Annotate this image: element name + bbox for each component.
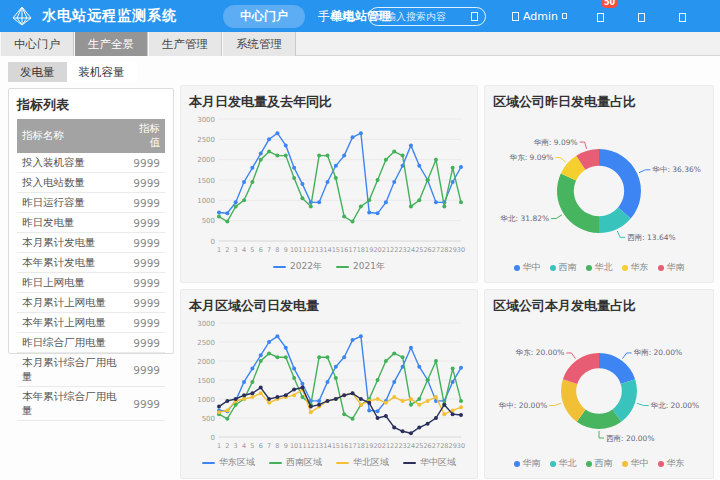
- top-header: 水电站远程监测系统 中心门户 单电站管理 手机端 Admin 50: [0, 0, 720, 32]
- svg-text:0: 0: [211, 434, 215, 442]
- svg-text:4: 4: [242, 246, 246, 254]
- svg-text:4: 4: [242, 442, 246, 450]
- tab-center-portal[interactable]: 中心门户: [0, 32, 74, 56]
- main-tabbar: 中心门户 生产全景 生产管理 系统管理: [0, 32, 720, 56]
- svg-text:3000: 3000: [197, 320, 215, 328]
- svg-text:20: 20: [373, 442, 381, 450]
- svg-text:15: 15: [332, 442, 340, 450]
- svg-text:28: 28: [440, 246, 448, 254]
- yesterday-share-card: 区域公司昨日发电量占比 华中: 36.36%西南: 13.64%华北: 31.8…: [484, 85, 714, 283]
- svg-text:9: 9: [284, 442, 288, 450]
- tab-system-mgmt[interactable]: 系统管理: [222, 32, 296, 56]
- table-row: 本年累计发电量9999: [17, 253, 165, 273]
- table-row: 昨日运行容量9999: [17, 193, 165, 213]
- yesterday-share-title: 区域公司昨日发电量占比: [493, 93, 705, 111]
- table-row: 本年累计综合厂用电量9999: [17, 387, 165, 421]
- svg-text:17: 17: [348, 442, 356, 450]
- table-row: 投入电站数量9999: [17, 173, 165, 193]
- regional-daily-generation-chart[interactable]: 0500100015002000250030001234567891011121…: [189, 317, 469, 469]
- svg-text:西南: 13.64%: 西南: 13.64%: [627, 233, 676, 242]
- svg-text:29: 29: [449, 246, 457, 254]
- svg-text:26: 26: [423, 442, 431, 450]
- svg-text:2000: 2000: [197, 156, 215, 164]
- table-row: 昨日综合厂用电量9999: [17, 333, 165, 353]
- table-row: 本月累计发电量9999: [17, 233, 165, 253]
- svg-text:11: 11: [298, 442, 306, 450]
- svg-text:16: 16: [340, 246, 348, 254]
- svg-text:29: 29: [449, 442, 457, 450]
- search-input[interactable]: [376, 11, 471, 22]
- svg-text:500: 500: [202, 217, 215, 225]
- svg-text:西南: 20.00%: 西南: 20.00%: [606, 434, 655, 443]
- tab-production-mgmt[interactable]: 生产管理: [148, 32, 222, 56]
- svg-text:1: 1: [217, 246, 221, 254]
- daily-generation-yoy-title: 本月日发电量及去年同比: [189, 93, 469, 111]
- svg-text:9: 9: [284, 246, 288, 254]
- table-row: 昨日发电量9999: [17, 213, 165, 233]
- chart-legend[interactable]: 华东区域西南区域华北区域华中区域: [202, 456, 456, 469]
- chart-legend[interactable]: 华中西南华北华东华南: [514, 261, 685, 274]
- search-icon[interactable]: [471, 12, 478, 21]
- svg-text:20: 20: [373, 246, 381, 254]
- svg-text:2500: 2500: [197, 339, 215, 347]
- svg-text:5: 5: [250, 442, 254, 450]
- svg-text:华东: 9.09%: 华东: 9.09%: [509, 153, 554, 162]
- logout-button[interactable]: [679, 7, 686, 26]
- month-share-card: 区域公司本月发电量占比 华南: 20.00%华北: 20.00%西南: 20.0…: [484, 289, 714, 479]
- daily-generation-yoy-chart[interactable]: 0500100015002000250030001234567891011121…: [189, 113, 469, 273]
- chevron-down-icon: [562, 13, 567, 19]
- subtab-generation[interactable]: 发电量: [8, 62, 67, 82]
- nav-center-portal[interactable]: 中心门户: [223, 5, 305, 28]
- svg-text:8: 8: [275, 246, 279, 254]
- svg-text:华北: 31.82%: 华北: 31.82%: [500, 214, 550, 223]
- svg-text:2500: 2500: [197, 136, 215, 144]
- yesterday-share-donut[interactable]: 华中: 36.36%西南: 13.64%华北: 31.82%华东: 9.09%华…: [493, 113, 705, 274]
- indicator-table: 指标名称 指标值 投入装机容量9999投入电站数量9999昨日运行容量9999昨…: [17, 119, 165, 421]
- svg-text:25: 25: [415, 246, 423, 254]
- svg-text:18: 18: [357, 246, 365, 254]
- logout-icon: [679, 13, 686, 22]
- subtab-installed-capacity[interactable]: 装机容量: [67, 62, 137, 82]
- svg-text:23: 23: [398, 442, 406, 450]
- bell-icon: [597, 13, 604, 22]
- notification-badge: 50: [601, 0, 618, 8]
- svg-text:华中: 36.36%: 华中: 36.36%: [651, 165, 701, 174]
- svg-text:1500: 1500: [197, 177, 215, 185]
- fullscreen-icon: [638, 13, 645, 22]
- svg-text:19: 19: [365, 442, 373, 450]
- table-row: 本年累计上网电量9999: [17, 313, 165, 333]
- svg-text:1000: 1000: [197, 197, 215, 205]
- month-share-donut[interactable]: 华南: 20.00%华北: 20.00%西南: 20.00%华中: 20.00%…: [493, 317, 705, 470]
- search-box[interactable]: [368, 7, 486, 26]
- svg-text:13: 13: [315, 442, 323, 450]
- regional-daily-generation-title: 本月区域公司日发电量: [189, 297, 469, 315]
- chart-legend[interactable]: 2022年2021年: [273, 260, 385, 273]
- table-row: 本月累计上网电量9999: [17, 293, 165, 313]
- svg-text:5: 5: [250, 246, 254, 254]
- month-share-title: 区域公司本月发电量占比: [493, 297, 705, 315]
- svg-text:15: 15: [332, 246, 340, 254]
- svg-text:25: 25: [415, 442, 423, 450]
- svg-text:28: 28: [440, 442, 448, 450]
- app-logo-icon: [10, 4, 34, 28]
- svg-text:华南: 20.00%: 华南: 20.00%: [633, 348, 683, 357]
- svg-text:26: 26: [423, 246, 431, 254]
- svg-text:17: 17: [348, 246, 356, 254]
- svg-text:30: 30: [457, 442, 465, 450]
- chart-legend[interactable]: 华南华北西南华中华东: [514, 457, 685, 470]
- svg-text:12: 12: [307, 442, 315, 450]
- svg-text:2000: 2000: [197, 358, 215, 366]
- daily-generation-yoy-card: 本月日发电量及去年同比 0500100015002000250030001234…: [180, 85, 478, 283]
- fullscreen-button[interactable]: [638, 7, 645, 26]
- svg-text:19: 19: [365, 246, 373, 254]
- svg-text:11: 11: [298, 246, 306, 254]
- svg-text:23: 23: [398, 246, 406, 254]
- notifications-button[interactable]: 50: [597, 7, 604, 26]
- user-menu[interactable]: Admin: [512, 10, 567, 23]
- svg-text:16: 16: [340, 442, 348, 450]
- mobile-link[interactable]: 手机端: [318, 8, 354, 25]
- table-row: 投入装机容量9999: [17, 153, 165, 173]
- regional-daily-generation-card: 本月区域公司日发电量 05001000150020002500300012345…: [180, 289, 478, 479]
- svg-text:22: 22: [390, 246, 398, 254]
- tab-production-overview[interactable]: 生产全景: [74, 32, 148, 56]
